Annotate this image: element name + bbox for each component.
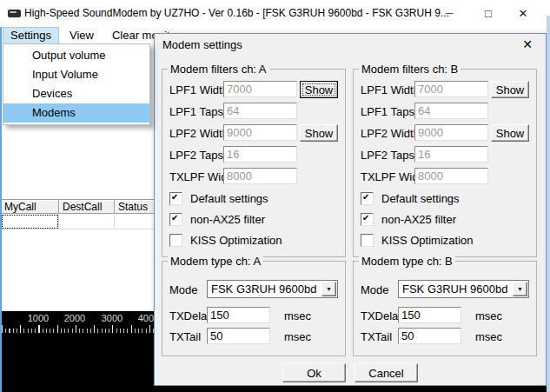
checkbox-label: KISS Optimization — [190, 234, 282, 247]
freq-label-3000: 3000 — [99, 313, 125, 323]
group-modem-type-b: Modem type ch: B Mode FSK G3RUH 9600bd ▼… — [353, 261, 537, 356]
checkbox-icon[interactable] — [361, 213, 374, 226]
txtail-label: TXTail — [169, 330, 201, 343]
lpf2-width-label: LPF2 Width — [361, 127, 420, 140]
mode-label: Mode — [169, 283, 198, 296]
table-cell-destcall[interactable] — [59, 214, 115, 229]
menu-item-input-volume[interactable]: Input Volume — [3, 65, 149, 84]
lpf1-width-input-b[interactable] — [414, 81, 488, 97]
group-title: Modem filters ch: B — [359, 63, 461, 76]
default-settings-checkbox-a[interactable]: Default settings — [169, 192, 268, 204]
menu-view[interactable]: View — [62, 27, 102, 43]
lpf2-taps-label: LPF2 Taps — [361, 149, 414, 162]
lpf1-width-label: LPF1 Width — [169, 83, 229, 96]
mode-selected-value: FSK G3RUH 9600bd — [211, 282, 316, 296]
lpf1-taps-input-a[interactable] — [223, 103, 297, 119]
dialog-close-icon[interactable]: ✕ — [520, 37, 535, 51]
kiss-optimization-checkbox-b[interactable]: KISS Optimization — [361, 234, 474, 246]
txlpf-width-input-b[interactable] — [414, 168, 488, 184]
show-lpf2-button-b[interactable]: Show — [491, 124, 529, 142]
column-header-mycall[interactable]: MyCall — [1, 200, 59, 214]
lpf1-taps-input-b[interactable] — [414, 103, 488, 119]
txlpf-width-input-a[interactable] — [223, 168, 297, 184]
non-ax25-filter-checkbox-b[interactable]: non-AX25 filter — [361, 213, 456, 225]
app-icon — [8, 10, 21, 17]
screen: High-Speed SoundModem by UZ7HO - Ver 0.1… — [0, 0, 550, 392]
default-settings-checkbox-b[interactable]: Default settings — [361, 192, 460, 204]
group-modem-filters-b: Modem filters ch: B LPF1 Width Show LPF1… — [353, 69, 537, 257]
lpf2-taps-input-a[interactable] — [223, 146, 297, 163]
non-ax25-filter-checkbox-a[interactable]: non-AX25 filter — [169, 213, 265, 225]
group-modem-type-a: Modem type ch: A Mode FSK G3RUH 9600bd ▼… — [162, 261, 346, 356]
group-title: Modem type ch: B — [359, 255, 455, 268]
close-icon[interactable]: ✕ — [509, 4, 537, 23]
menu-item-output-volume[interactable]: Output volume — [3, 46, 149, 65]
group-title: Modem filters ch: A — [168, 63, 269, 76]
dialog-title: Modem settings — [162, 38, 242, 51]
txtail-label: TXTail — [361, 330, 392, 343]
mode-select-b[interactable]: FSK G3RUH 9600bd ▼ — [398, 280, 529, 298]
txtail-input-a[interactable] — [207, 328, 270, 344]
lpf2-taps-label: LPF2 Taps — [169, 149, 223, 162]
checkbox-icon[interactable] — [169, 213, 182, 226]
lpf1-taps-label: LPF1 Taps — [169, 105, 223, 118]
main-window-title: High-Speed SoundModem by UZ7HO - Ver 0.1… — [24, 7, 449, 19]
show-lpf2-button-a[interactable]: Show — [300, 124, 338, 142]
ok-button[interactable]: Ok — [282, 363, 346, 382]
txdelay-unit: msec — [284, 309, 311, 322]
checkbox-label: non-AX25 filter — [190, 213, 265, 226]
lpf2-taps-input-b[interactable] — [414, 146, 488, 163]
checkbox-icon[interactable] — [361, 192, 374, 205]
window-border-left — [0, 16, 2, 392]
txdelay-input-a[interactable] — [207, 307, 270, 323]
chevron-down-icon[interactable]: ▼ — [321, 282, 336, 296]
maximize-icon[interactable]: □ — [474, 4, 502, 23]
txdelay-input-b[interactable] — [398, 307, 461, 323]
txtail-unit: msec — [284, 330, 311, 343]
group-modem-filters-a: Modem filters ch: A LPF1 Width Show LPF1… — [162, 69, 346, 257]
checkbox-icon[interactable] — [361, 234, 374, 247]
checkbox-label: Default settings — [381, 192, 460, 205]
show-lpf1-button-b[interactable]: Show — [491, 81, 529, 98]
chevron-down-icon[interactable]: ▼ — [513, 282, 527, 296]
menu-item-devices[interactable]: Devices — [3, 84, 149, 103]
window-border-right — [547, 16, 550, 392]
lpf1-width-input-a[interactable] — [223, 81, 297, 97]
txdelay-unit: msec — [475, 309, 502, 322]
lpf2-width-label: LPF2 Width — [169, 127, 229, 140]
checkbox-icon[interactable] — [169, 234, 182, 247]
txtail-unit: msec — [475, 330, 502, 343]
menu-item-modems[interactable]: Modems — [3, 103, 149, 123]
mode-label: Mode — [361, 283, 389, 296]
group-title: Modem type ch: A — [168, 255, 263, 268]
checkbox-label: Default settings — [190, 192, 268, 205]
lpf2-width-input-a[interactable] — [223, 124, 297, 141]
table-cell-mycall[interactable] — [1, 214, 59, 229]
minimize-icon[interactable]: ─ — [435, 4, 463, 23]
mode-selected-value: FSK G3RUH 9600bd — [402, 282, 507, 296]
cancel-button[interactable]: Cancel — [355, 363, 418, 382]
checkbox-label: non-AX25 filter — [381, 213, 456, 226]
mode-select-a[interactable]: FSK G3RUH 9600bd ▼ — [207, 280, 338, 298]
settings-dropdown-menu: Output volume Input Volume Devices Modem… — [3, 43, 150, 125]
column-header-destcall[interactable]: DestCall — [59, 200, 115, 214]
freq-label-2000: 2000 — [62, 313, 88, 323]
txtail-input-b[interactable] — [398, 328, 461, 344]
lpf1-taps-label: LPF1 Taps — [361, 105, 414, 118]
lpf1-width-label: LPF1 Width — [361, 83, 420, 96]
main-titlebar: High-Speed SoundModem by UZ7HO - Ver 0.1… — [0, 0, 550, 27]
freq-label-1000: 1000 — [25, 313, 51, 323]
checkbox-icon[interactable] — [169, 192, 182, 205]
menu-settings[interactable]: Settings — [3, 27, 59, 45]
kiss-optimization-checkbox-a[interactable]: KISS Optimization — [169, 234, 282, 246]
lpf2-width-input-b[interactable] — [414, 124, 488, 141]
checkbox-label: KISS Optimization — [381, 234, 474, 247]
show-lpf1-button-a[interactable]: Show — [300, 81, 338, 98]
modem-settings-dialog: Modem settings ✕ Modem filters ch: A LPF… — [154, 33, 547, 386]
